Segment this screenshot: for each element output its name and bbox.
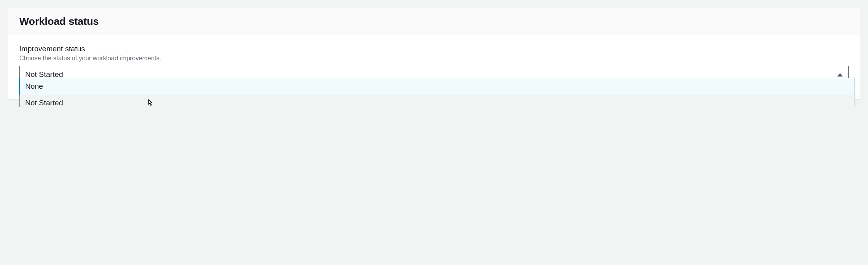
caret-up-icon: [837, 73, 843, 77]
dropdown-option-not-started[interactable]: Not Started Not Started: [20, 95, 855, 107]
dropdown-option-none[interactable]: None: [19, 78, 855, 95]
improvement-status-dropdown: None Not Started Not Started In Progress…: [19, 78, 855, 107]
panel-body: Improvement status Choose the status of …: [8, 35, 860, 99]
panel-header: Workload status: [8, 8, 860, 35]
cursor-icon: [146, 99, 154, 107]
panel-title: Workload status: [19, 15, 849, 28]
workload-status-panel: Workload status Improvement status Choos…: [8, 8, 860, 99]
field-label: Improvement status: [19, 45, 849, 53]
field-hint: Choose the status of your workload impro…: [19, 55, 849, 62]
